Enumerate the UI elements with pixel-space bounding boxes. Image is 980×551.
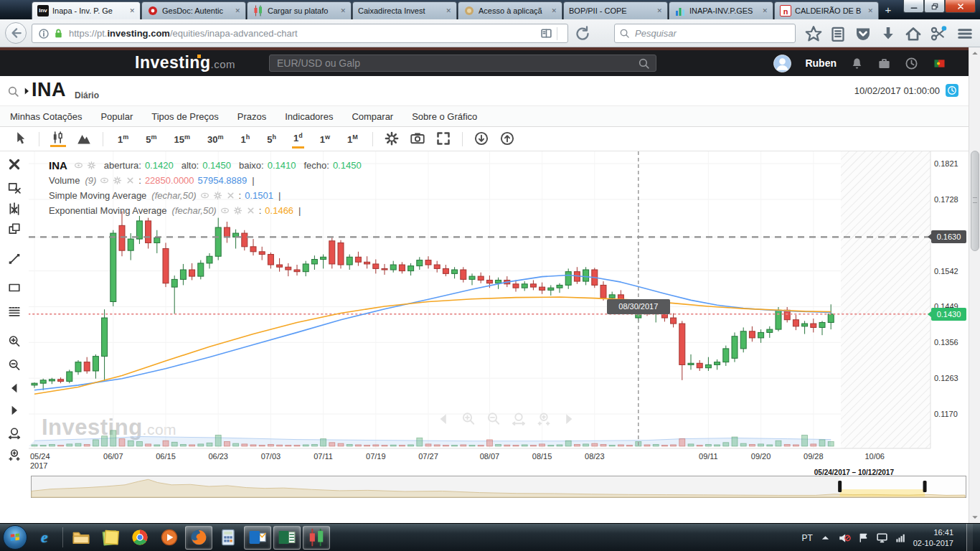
timeframe-5h[interactable]: 5h [265,131,278,147]
display-icon[interactable] [876,532,888,544]
rectangle-tool-icon[interactable] [8,281,21,294]
navigator-handle[interactable] [838,481,842,492]
pan-left-icon[interactable] [436,412,451,426]
browser-tab[interactable]: nCALDEIRÃO DE B✕ [774,1,879,19]
pan-right-tool-icon[interactable] [8,404,21,417]
menu-item-prazos[interactable]: Prazos [237,111,266,122]
zoom-x-icon[interactable] [512,412,526,426]
cursor-tool-button[interactable] [12,131,28,147]
investing-logo[interactable]: Investing.com [135,53,235,72]
menu-item-indicadores[interactable]: Indicadores [285,111,333,122]
remove-icon[interactable] [246,206,255,215]
gear-icon[interactable] [87,161,96,170]
site-search-input[interactable] [275,57,638,70]
fullscreen-button[interactable] [435,131,451,147]
restore-button[interactable] [924,0,945,13]
back-button[interactable] [5,22,27,44]
eye-icon[interactable] [74,161,83,170]
close-tool-icon[interactable] [8,158,21,171]
browser-tab[interactable]: INAPA-INV.P.GES✕ [669,1,773,19]
tab-close-button[interactable]: ✕ [446,7,451,14]
search-icon[interactable] [638,57,650,70]
zoom-x-tool-icon[interactable] [8,427,21,440]
save-download-button[interactable] [473,131,489,147]
close-window-button[interactable] [945,0,976,13]
bookmark-star-button[interactable] [805,25,822,42]
browser-tab[interactable]: Cargar su platafo✕ [247,1,352,19]
url-bar[interactable]: https://pt.investing.com/equities/inapa-… [32,24,568,43]
scroll-up-arrow[interactable] [971,49,979,57]
menu-item-sobre-o-gr-fico[interactable]: Sobre o Gráfico [412,111,477,122]
show-desktop-button[interactable] [966,524,973,551]
taskbar-candlesapp-button[interactable] [303,526,330,550]
browser-tab[interactable]: Acesso à aplicaçã✕ [458,1,562,19]
candlestick-style-button[interactable] [50,131,66,147]
load-upload-button[interactable] [499,131,515,147]
gear-icon[interactable] [113,176,122,185]
site-info-icon[interactable] [38,28,50,39]
browser-search-field[interactable] [614,24,796,43]
scroll-down-arrow[interactable] [971,513,979,522]
new-tab-button[interactable]: + [880,4,897,17]
portfolio-briefcase-icon[interactable] [877,57,891,70]
range-navigator[interactable] [31,476,966,498]
navigator-handle[interactable] [923,481,927,492]
tab-close-button[interactable]: ✕ [129,7,135,14]
hide-candles-tool-icon[interactable] [8,202,21,215]
taskbar-calculator-button[interactable] [215,526,242,550]
home-button[interactable] [905,25,922,42]
remove-icon[interactable] [126,176,135,185]
compare-tool-icon[interactable] [8,222,21,235]
taskbar-chrome-button[interactable] [126,526,154,550]
browser-tab[interactable]: InvInapa - Inv. P. Ge✕ [32,1,141,19]
tray-clock[interactable]: 16:41 02-10-2017 [913,527,953,549]
menu-item-comparar[interactable]: Comparar [352,111,393,122]
remove-icon[interactable] [226,191,235,200]
taskbar-wmp-button[interactable] [156,526,183,550]
gear-icon[interactable] [213,191,222,200]
timeframe-5m[interactable]: 5m [144,131,158,147]
timeframe-1w[interactable]: 1w [319,131,331,147]
menu-item-tipos-de-pre-os[interactable]: Tipos de Preços [151,111,218,122]
tab-close-button[interactable]: ✕ [656,7,662,14]
tray-expand-icon[interactable] [820,532,831,543]
browser-scrollbar[interactable] [969,47,980,523]
timeframe-1m[interactable]: 1m [116,131,130,147]
zoom-extend-tool-icon[interactable] [8,448,21,461]
recent-clock-icon[interactable] [905,57,918,70]
eye-icon[interactable] [200,191,209,200]
timeframe-1M[interactable]: 1M [346,131,359,147]
screenshot-camera-button[interactable] [410,131,425,147]
eye-icon[interactable] [220,206,230,215]
gear-icon[interactable] [233,206,242,215]
taskbar-notes-button[interactable] [97,526,124,550]
screenshot-extension-button[interactable] [930,25,947,42]
timeframe-15m[interactable]: 15m [173,131,192,147]
zoom-in-icon[interactable] [461,412,476,426]
scrollbar-thumb[interactable] [971,151,979,251]
horizontal-lines-tool-icon[interactable] [8,305,21,318]
reader-mode-icon[interactable] [540,27,552,39]
zoom-in-tool-icon[interactable] [8,335,21,348]
pan-right-icon[interactable] [562,412,576,426]
symbol-search-icon[interactable] [7,85,19,98]
eye-icon[interactable] [100,176,109,185]
area-style-button[interactable] [76,131,92,147]
timeframe-30m[interactable]: 30m [206,131,225,147]
action-center-flag-icon[interactable] [858,532,869,543]
language-indicator[interactable]: PT [801,533,812,543]
notifications-bell-icon[interactable] [850,57,864,70]
menu-button[interactable] [956,25,974,42]
zoom-reset-icon[interactable] [537,412,551,426]
browser-tab[interactable]: Caixadirecta Invest✕ [352,1,457,19]
menu-item-minhas-cota-es[interactable]: Minhas Cotações [10,111,82,122]
minimize-button[interactable] [903,0,924,13]
downloads-button[interactable] [880,25,897,42]
volume-muted-icon[interactable] [838,532,851,545]
browser-search-input[interactable] [633,27,791,39]
avatar[interactable] [773,55,791,72]
site-search-field[interactable] [269,55,656,72]
tab-close-button[interactable]: ✕ [235,7,240,14]
reload-button[interactable] [574,25,591,42]
username[interactable]: Ruben [805,57,837,69]
